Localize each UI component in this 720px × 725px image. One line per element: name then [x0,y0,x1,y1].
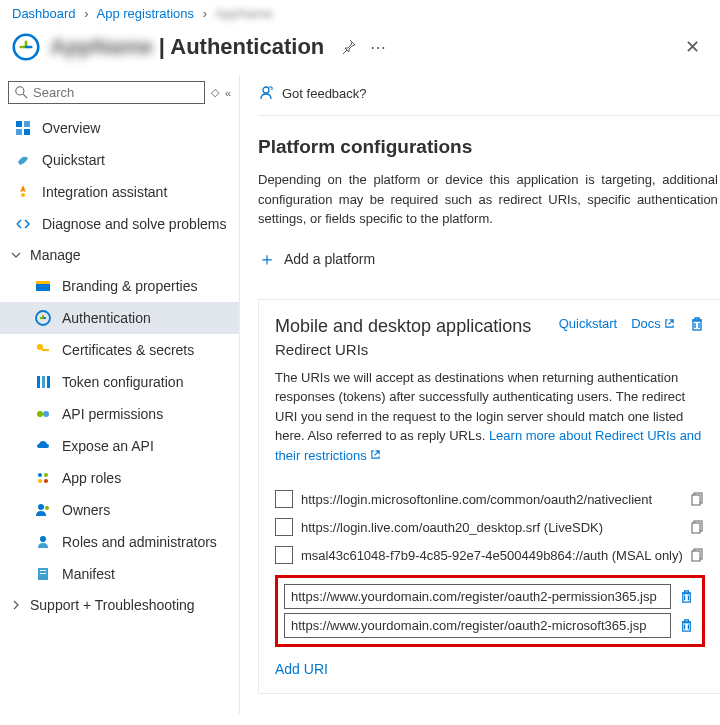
collapse-icon[interactable]: « [225,87,231,99]
svg-point-21 [44,479,48,483]
breadcrumb-dashboard[interactable]: Dashboard [12,6,76,21]
add-uri-link[interactable]: Add URI [275,661,328,677]
rocket-icon [14,183,32,201]
svg-point-20 [38,479,42,483]
svg-point-1 [16,87,24,95]
nav-support-toggle[interactable]: Support + Troubleshooting [0,590,239,620]
svg-point-19 [44,473,48,477]
copy-icon[interactable] [691,520,705,534]
pin-icon[interactable] [340,39,356,55]
nav-quickstart[interactable]: Quickstart [0,144,239,176]
nav-owners[interactable]: Owners [0,494,239,526]
nav-app-roles[interactable]: App roles [0,462,239,494]
card-subtitle: Redirect URIs [275,341,705,358]
svg-rect-37 [683,623,691,631]
svg-point-17 [43,411,49,417]
uri-row: https://login.live.com/oauth20_desktop.s… [275,513,705,541]
nav-label: Manage [30,247,81,263]
feedback-icon [258,85,274,101]
nav-roles-admin[interactable]: Roles and administrators [0,526,239,558]
close-icon[interactable]: ✕ [685,36,708,58]
nav-label: Overview [42,120,100,136]
nav-integration[interactable]: Integration assistant [0,176,239,208]
breadcrumb: Dashboard › App registrations › AppName [0,0,720,27]
search-icon [15,86,28,99]
nav-branding[interactable]: Branding & properties [0,270,239,302]
feedback-label: Got feedback? [282,86,367,101]
feedback-link[interactable]: Got feedback? [258,79,720,116]
breadcrumb-appregs[interactable]: App registrations [96,6,194,21]
svg-rect-9 [36,281,50,284]
nav-label: Support + Troubleshooting [30,597,195,613]
delete-uri-button[interactable] [677,616,696,635]
diagnose-icon [14,215,32,233]
nav-label: Roles and administrators [62,534,217,550]
nav-diagnose[interactable]: Diagnose and solve problems [0,208,239,240]
copy-icon[interactable] [691,548,705,562]
page-title: AppName | Authentication [50,34,324,60]
expand-icon[interactable]: ◇ [211,86,219,99]
uri-row: https://login.microsoftonline.com/common… [275,485,705,513]
delete-platform-button[interactable] [689,316,705,332]
copy-icon[interactable] [691,492,705,506]
nav-label: Certificates & secrets [62,342,194,358]
svg-point-23 [45,506,49,510]
section-heading: Platform configurations [258,136,720,158]
delete-uri-button[interactable] [677,587,696,606]
svg-rect-33 [692,523,700,533]
search-box[interactable] [8,81,205,104]
app-icon [12,33,40,61]
nav-expose-api[interactable]: Expose an API [0,430,239,462]
svg-point-24 [40,536,46,542]
quickstart-link[interactable]: Quickstart [559,316,618,331]
section-description: Depending on the platform or device this… [258,170,720,229]
svg-rect-15 [47,376,50,388]
search-input[interactable] [33,85,198,100]
roles-icon [34,469,52,487]
nav-authentication[interactable]: Authentication [0,302,239,334]
svg-point-7 [21,193,25,197]
quickstart-icon [14,151,32,169]
admin-icon [34,533,52,551]
svg-rect-26 [40,570,46,571]
nav-label: Branding & properties [62,278,197,294]
external-link-icon [664,318,675,329]
card-title: Mobile and desktop applications [275,316,531,337]
svg-point-16 [37,411,43,417]
uri-text: https://login.microsoftonline.com/common… [301,492,683,507]
svg-rect-36 [683,594,691,602]
nav-label: Token configuration [62,374,183,390]
uri-text: https://login.live.com/oauth20_desktop.s… [301,520,683,535]
page-title-row: AppName | Authentication ⋯ ✕ [0,27,720,75]
key-icon [34,341,52,359]
checkbox[interactable] [275,490,293,508]
uri-text: msal43c61048-f7b9-4c85-92e7-4e500449b864… [301,548,683,563]
more-icon[interactable]: ⋯ [370,38,386,57]
svg-point-18 [38,473,42,477]
nav-certificates[interactable]: Certificates & secrets [0,334,239,366]
uri-input[interactable]: https://www.yourdomain.com/register/oaut… [284,584,671,609]
nav-token[interactable]: Token configuration [0,366,239,398]
branding-icon [34,277,52,295]
nav-manifest[interactable]: Manifest [0,558,239,590]
svg-rect-35 [692,551,700,561]
nav-label: Authentication [62,310,151,326]
nav-overview[interactable]: Overview [0,112,239,144]
uri-input[interactable]: https://www.yourdomain.com/register/oaut… [284,613,671,638]
api-perm-icon [34,405,52,423]
checkbox[interactable] [275,518,293,536]
docs-link[interactable]: Docs [631,316,675,331]
svg-line-2 [23,94,27,98]
plus-icon: ＋ [258,247,276,271]
overview-icon [14,119,32,137]
nav-manage-toggle[interactable]: Manage [0,240,239,270]
highlighted-uris: https://www.yourdomain.com/register/oaut… [275,575,705,647]
checkbox[interactable] [275,546,293,564]
sidebar: ◇ « Overview Quickstart Integration assi… [0,75,240,714]
manifest-icon [34,565,52,583]
svg-point-22 [38,504,44,510]
auth-icon [34,309,52,327]
nav-api-permissions[interactable]: API permissions [0,398,239,430]
add-platform-button[interactable]: ＋ Add a platform [258,247,720,271]
svg-rect-14 [42,376,45,388]
